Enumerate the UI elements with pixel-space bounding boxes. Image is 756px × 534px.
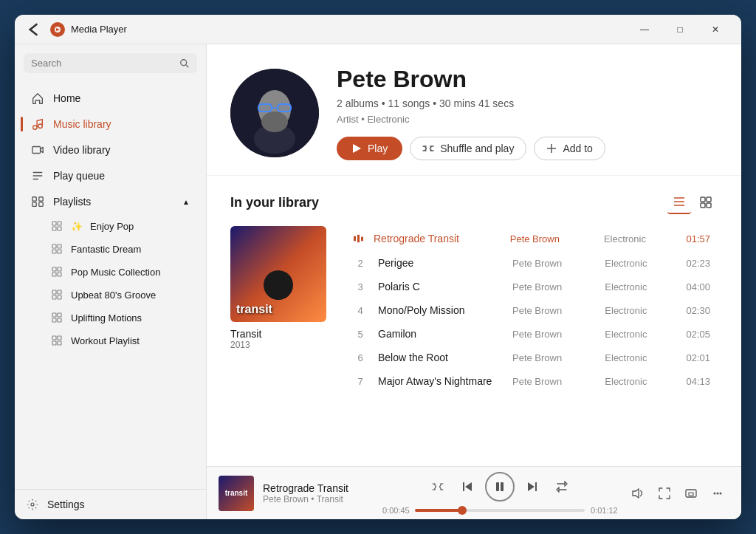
playlist-item-fantastic-dream[interactable]: Fantastic Dream: [19, 238, 202, 260]
playlist-item-uplifting[interactable]: Uplifting Motions: [19, 307, 202, 329]
svg-rect-58: [354, 237, 356, 242]
svg-marker-48: [353, 144, 361, 153]
track-name: Mono/Poly Mission: [378, 304, 504, 316]
playlist-enjoy-pop-label: Enjoy Pop: [90, 221, 134, 232]
player-bar: transit Retrograde Transit Pete Brown • …: [207, 466, 741, 519]
playlist-item-workout[interactable]: Workout Playlist: [19, 329, 202, 352]
album-art: transit: [230, 226, 326, 322]
list-view-icon: [673, 195, 686, 208]
search-icon: [179, 58, 190, 69]
track-genre: Electronic: [604, 233, 672, 244]
video-icon: [31, 143, 44, 157]
track-artist: Pete Brown: [512, 376, 596, 387]
prev-icon: [461, 481, 473, 493]
app-icon: [50, 22, 65, 37]
back-button[interactable]: [24, 19, 44, 40]
track-genre: Electronic: [605, 258, 672, 269]
current-time: 0:00:45: [382, 506, 409, 515]
track-name: Major Atway's Nightmare: [378, 375, 504, 387]
volume-button[interactable]: [626, 482, 650, 505]
add-to-button[interactable]: Add to: [534, 137, 605, 160]
playlist-icon: [52, 335, 63, 346]
track-row[interactable]: 2 Perigee Pete Brown Electronic 02:23: [344, 251, 718, 275]
fullscreen-button[interactable]: [653, 482, 676, 505]
maximize-button[interactable]: □: [663, 18, 697, 41]
svg-rect-13: [39, 202, 43, 206]
playlist-item-upbeat[interactable]: Upbeat 80's Groove: [19, 284, 202, 306]
track-row[interactable]: Retrograde Transit Pete Brown Electronic…: [344, 226, 718, 251]
svg-rect-59: [357, 236, 360, 242]
play-icon: [351, 143, 362, 154]
artist-actions: Play Shuffle and play Add to: [337, 137, 718, 160]
settings-item[interactable]: Settings: [15, 489, 206, 519]
track-artist: Pete Brown: [512, 352, 596, 363]
playlists-icon: [31, 195, 44, 208]
track-genre: Electronic: [605, 352, 672, 363]
playlist-item-pop-music[interactable]: Pop Music Collection: [19, 261, 202, 283]
repeat-button[interactable]: [550, 475, 574, 499]
playlist-item-enjoy-pop[interactable]: ✨ Enjoy Pop: [19, 215, 202, 237]
titlebar-title: Media Player: [71, 24, 628, 35]
playlist-fantastic-dream-label: Fantastic Dream: [71, 244, 141, 255]
svg-rect-62: [463, 482, 464, 491]
progress-row: 0:00:45 0:01:12: [382, 506, 617, 515]
svg-rect-18: [52, 244, 56, 248]
fullscreen-icon: [658, 487, 671, 500]
shuffle-button[interactable]: [426, 475, 450, 499]
track-duration: 02:05: [681, 329, 710, 340]
sidebar-item-home[interactable]: Home: [19, 86, 202, 111]
svg-rect-14: [52, 222, 56, 225]
player-controls: [426, 472, 574, 502]
previous-button[interactable]: [456, 475, 479, 499]
minimize-button[interactable]: —: [628, 18, 662, 41]
svg-line-3: [186, 64, 189, 67]
pause-button[interactable]: [485, 472, 515, 502]
music-library-label: Music library: [53, 118, 111, 130]
track-name: Gamilon: [378, 328, 504, 340]
volume-icon: [631, 487, 645, 500]
chevron-up-icon: ▲: [182, 198, 190, 206]
track-row[interactable]: 5 Gamilon Pete Brown Electronic 02:05: [344, 322, 718, 346]
cast-icon: [684, 487, 698, 500]
track-duration: 02:23: [681, 258, 710, 269]
track-row[interactable]: 7 Major Atway's Nightmare Pete Brown Ele…: [344, 369, 718, 393]
grid-view-button[interactable]: [694, 191, 718, 214]
sidebar-item-music-library[interactable]: Music library: [19, 112, 202, 137]
svg-rect-6: [32, 147, 41, 154]
svg-rect-12: [32, 202, 36, 206]
track-row[interactable]: 3 Polaris C Pete Brown Electronic 04:00: [344, 275, 718, 298]
more-icon: [711, 487, 724, 500]
track-row[interactable]: 4 Mono/Poly Mission Pete Brown Electroni…: [344, 298, 718, 322]
progress-track[interactable]: [415, 509, 585, 512]
shuffle-ctrl-icon: [432, 481, 444, 493]
album-thumbnail: transit: [230, 226, 326, 322]
track-name: Polaris C: [378, 281, 504, 292]
play-button[interactable]: Play: [337, 137, 402, 160]
svg-point-38: [31, 503, 34, 506]
cast-button[interactable]: [679, 482, 703, 505]
track-number: 3: [351, 281, 369, 292]
library-section: In your library: [207, 176, 741, 466]
sidebar-item-play-queue[interactable]: Play queue: [19, 163, 202, 188]
track-row[interactable]: 6 Below the Root Pete Brown Electronic 0…: [344, 346, 718, 369]
main-content: Home Music library Video library Play qu…: [15, 44, 741, 519]
svg-rect-32: [52, 318, 56, 322]
playlist-upbeat-label: Upbeat 80's Groove: [71, 290, 156, 301]
playlists-section-header[interactable]: Playlists ▲: [19, 189, 202, 214]
star-icon: ✨: [71, 221, 83, 232]
player-track-name: Retrograde Transit: [263, 482, 374, 494]
shuffle-play-button[interactable]: Shuffle and play: [410, 137, 526, 160]
sidebar-item-video-library[interactable]: Video library: [19, 137, 202, 162]
playlist-icon: [52, 289, 63, 301]
list-view-button[interactable]: [667, 191, 691, 214]
home-label: Home: [53, 92, 80, 104]
search-box[interactable]: [24, 53, 197, 73]
search-input[interactable]: [31, 58, 175, 69]
album-card-transit[interactable]: transit Transit 2013: [230, 226, 326, 350]
main-window: Media Player — □ ✕ Home Music library: [15, 15, 741, 519]
more-button[interactable]: [706, 482, 729, 505]
next-button[interactable]: [520, 475, 544, 499]
artist-name: Pete Brown: [337, 65, 718, 93]
close-button[interactable]: ✕: [698, 18, 732, 41]
track-duration: 04:13: [681, 376, 710, 387]
